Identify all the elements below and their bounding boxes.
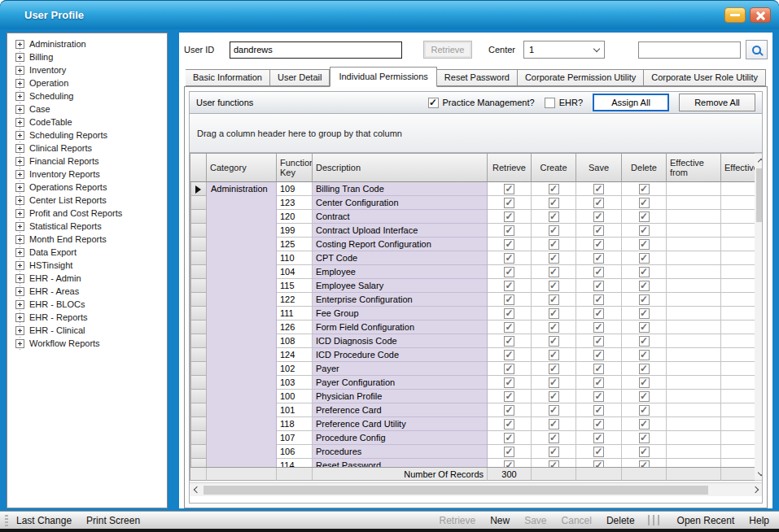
delete-checkbox[interactable] (622, 251, 667, 265)
delete-checkbox[interactable] (622, 390, 667, 403)
tree-item[interactable]: Inventory (9, 63, 165, 76)
row-selector[interactable] (190, 265, 207, 279)
checkbox-checked-icon[interactable] (504, 267, 514, 277)
effective-to-cell[interactable] (721, 445, 755, 459)
save-checkbox[interactable] (576, 334, 622, 348)
expand-plus-icon[interactable] (15, 235, 24, 244)
table-row[interactable]: 111 Fee Group (190, 307, 755, 321)
assign-all-button[interactable]: Assign All (593, 94, 669, 111)
column-header-category[interactable]: Category (207, 154, 277, 182)
tree-item[interactable]: Financial Reports (9, 155, 165, 168)
table-row[interactable]: 118 Preference Card Utility (190, 417, 755, 431)
tree-item[interactable]: Case (9, 102, 165, 116)
save-checkbox[interactable] (576, 390, 622, 403)
checkbox-checked-icon[interactable] (549, 198, 559, 208)
checkbox-checked-icon[interactable] (639, 447, 650, 457)
effective-from-cell[interactable] (667, 196, 721, 210)
delete-checkbox[interactable] (622, 348, 667, 362)
search-button[interactable] (746, 40, 768, 59)
expand-plus-icon[interactable] (15, 261, 24, 270)
ehr-checkbox[interactable]: EHR? (545, 98, 583, 108)
statusbar-command[interactable]: Open Recent (677, 515, 735, 526)
checkbox-checked-icon[interactable] (549, 350, 559, 360)
column-header-create[interactable]: Create (532, 154, 576, 182)
statusbar-command[interactable]: Cancel (562, 515, 592, 526)
table-row[interactable]: 103 Payer Configuration (190, 376, 755, 390)
table-row[interactable]: 104 Employee (190, 265, 755, 279)
horizontal-scrollbar[interactable] (190, 482, 762, 496)
checkbox-checked-icon[interactable] (549, 391, 559, 402)
group-by-panel[interactable]: Drag a column header here to group by th… (190, 114, 762, 153)
statusbar-command[interactable]: Save (524, 515, 546, 526)
tab[interactable]: Corporate Permission Utility (518, 69, 644, 86)
create-checkbox[interactable] (532, 293, 576, 307)
checkbox-checked-icon[interactable] (504, 322, 514, 333)
vertical-scrollbar[interactable] (755, 153, 763, 481)
tree-item[interactable]: HSTinsight (9, 259, 165, 272)
tree-item[interactable]: Scheduling (9, 89, 165, 102)
create-checkbox[interactable] (532, 196, 576, 210)
effective-to-cell[interactable] (721, 293, 755, 307)
checkbox-checked-icon[interactable] (639, 308, 650, 319)
checkbox-checked-icon[interactable] (593, 391, 604, 402)
row-selector[interactable] (190, 348, 207, 362)
checkbox-checked-icon[interactable] (593, 267, 604, 277)
effective-to-cell[interactable] (721, 307, 755, 321)
save-checkbox[interactable] (576, 403, 622, 417)
checkbox-checked-icon[interactable] (639, 405, 650, 416)
table-row[interactable]: 107 Procedure Config (190, 431, 755, 445)
expand-plus-icon[interactable] (15, 170, 24, 179)
checkbox-checked-icon[interactable] (504, 447, 514, 457)
checkbox-checked-icon[interactable] (504, 364, 514, 374)
checkbox-checked-icon[interactable] (593, 294, 604, 305)
expand-plus-icon[interactable] (15, 157, 24, 166)
delete-checkbox[interactable] (622, 403, 667, 417)
delete-checkbox[interactable] (622, 182, 667, 196)
tree-item[interactable]: EHR - Admin (9, 272, 165, 285)
retrieve-checkbox[interactable] (488, 265, 532, 279)
checkbox-checked-icon[interactable] (593, 364, 604, 374)
checkbox-checked-icon[interactable] (504, 198, 514, 208)
save-checkbox[interactable] (576, 445, 622, 459)
checkbox-checked-icon[interactable] (593, 377, 604, 388)
effective-from-cell[interactable] (667, 238, 721, 251)
effective-to-cell[interactable] (721, 459, 755, 467)
column-header-description[interactable]: Description (313, 154, 488, 182)
checkbox-checked-icon[interactable] (504, 350, 514, 360)
effective-to-cell[interactable] (721, 376, 755, 390)
checkbox-checked-icon[interactable] (549, 364, 559, 374)
checkbox-checked-icon[interactable] (504, 281, 514, 291)
checkbox-unchecked-icon[interactable] (545, 98, 555, 108)
effective-from-cell[interactable] (667, 459, 721, 467)
table-row[interactable]: 115 Employee Salary (190, 279, 755, 293)
table-row[interactable]: 102 Payer (190, 362, 755, 376)
row-selector[interactable] (190, 224, 207, 238)
delete-checkbox[interactable] (622, 417, 667, 431)
checkbox-checked-icon[interactable] (639, 336, 650, 347)
create-checkbox[interactable] (532, 376, 576, 390)
statusbar-command[interactable]: Delete (606, 515, 635, 526)
effective-from-cell[interactable] (667, 224, 721, 238)
effective-from-cell[interactable] (667, 265, 721, 279)
expand-plus-icon[interactable] (15, 118, 24, 127)
column-header-effective-to[interactable]: Effective to (721, 154, 755, 182)
effective-to-cell[interactable] (721, 196, 755, 210)
retrieve-checkbox[interactable] (488, 238, 532, 251)
expand-plus-icon[interactable] (15, 40, 24, 49)
retrieve-checkbox[interactable] (488, 307, 532, 321)
effective-to-cell[interactable] (721, 334, 755, 348)
tab[interactable]: Individual Permissions (330, 67, 436, 87)
checkbox-checked-icon[interactable] (593, 239, 604, 250)
checkbox-checked-icon[interactable] (504, 377, 514, 388)
row-selector[interactable] (190, 459, 207, 467)
effective-from-cell[interactable] (667, 362, 721, 376)
expand-plus-icon[interactable] (15, 131, 24, 140)
save-checkbox[interactable] (576, 196, 622, 210)
effective-from-cell[interactable] (667, 417, 721, 431)
save-checkbox[interactable] (576, 251, 622, 265)
tree-item[interactable]: Center List Reports (9, 194, 165, 207)
save-checkbox[interactable] (576, 307, 622, 321)
checkbox-checked-icon[interactable] (639, 267, 650, 277)
checkbox-checked-icon[interactable] (639, 460, 650, 468)
checkbox-checked-icon[interactable] (593, 350, 604, 360)
